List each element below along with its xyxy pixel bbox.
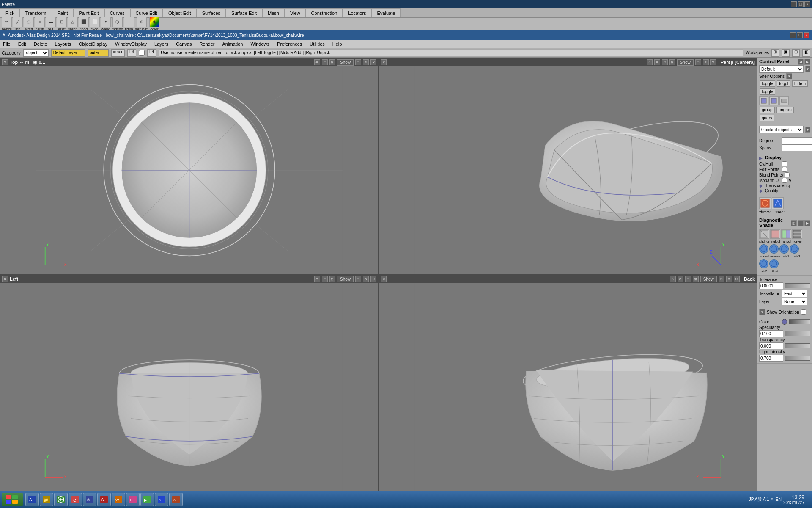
vp-left-render-btn[interactable]: 3 — [363, 276, 369, 282]
vp-left-show-btn[interactable]: Show — [337, 276, 354, 282]
mrdsym-icon[interactable]: ⊕ — [137, 17, 147, 27]
tool-bycol[interactable]: ⬜ bycol — [90, 17, 100, 31]
diag-expand-btn[interactable]: ▶ — [804, 220, 810, 226]
vp-top-expand[interactable]: ⊞ — [329, 59, 335, 65]
isoparm-check[interactable] — [782, 178, 787, 183]
vp-back-extra-btn[interactable]: ✕ — [734, 276, 740, 282]
cp-toggle-btn-2[interactable]: toggl — [777, 80, 790, 87]
vp-left-zoom-out[interactable]: □ — [322, 276, 328, 282]
spans-input[interactable] — [782, 144, 812, 151]
edit-points-check[interactable] — [782, 167, 787, 172]
tab-locators[interactable]: Locators — [343, 8, 371, 17]
vp-persp-zoom-out[interactable]: □ — [662, 59, 668, 65]
degree-input[interactable] — [782, 137, 812, 144]
vp-left-cam-btn[interactable]: □ — [355, 276, 361, 282]
shade-flest[interactable] — [769, 259, 779, 268]
layer-panel-dropdown[interactable]: None — [782, 298, 807, 305]
cp-icon-1[interactable] — [759, 96, 768, 105]
taskbar-btn-5[interactable]: ⑦ — [83, 493, 96, 506]
workspaces-btn[interactable]: ⊞ — [771, 49, 779, 57]
taskbar-btn-11[interactable]: A — [169, 493, 183, 506]
vp-left-extra-btn[interactable]: ✕ — [370, 276, 376, 282]
vp-back-show-btn[interactable]: Show — [700, 276, 717, 282]
vp-persp-expand[interactable]: ⊞ — [669, 59, 675, 65]
viewport-persp[interactable]: ✕ ⌂ ⊕ □ ⊞ Show □ 3 ✕ Persp [Camera] — [379, 58, 757, 274]
cp-query-btn[interactable]: query — [760, 115, 774, 121]
picked-objects-dropdown[interactable]: 0 picked objects — [759, 126, 804, 133]
tool-ink[interactable]: 🖊 ink — [13, 17, 23, 31]
taskbar-btn-9[interactable]: ▶ — [140, 493, 154, 506]
shade-shdnon[interactable] — [759, 229, 769, 239]
ink-icon[interactable]: 🖊 — [13, 17, 23, 27]
menu-render[interactable]: Render — [198, 41, 216, 47]
close-btn[interactable]: × — [804, 1, 810, 7]
color-bar[interactable] — [789, 319, 810, 324]
shrpn-icon[interactable]: △ — [68, 17, 78, 27]
light-intensity-slider[interactable] — [785, 356, 810, 361]
cp-toggle-btn-1[interactable]: toggle — [760, 80, 775, 87]
restore-btn[interactable]: □ — [798, 1, 804, 7]
vp-top-show-btn[interactable]: Show — [337, 59, 354, 66]
tab-surfaces[interactable]: Surfaces — [197, 8, 226, 17]
menu-file[interactable]: File — [2, 41, 12, 47]
txtim-icon[interactable]: T — [124, 17, 134, 27]
tab-curve-edit[interactable]: Curve Edit — [130, 8, 163, 17]
shade-mulcol[interactable] — [770, 229, 780, 239]
menu-objectdisplay[interactable]: ObjectDisplay — [77, 41, 109, 47]
vp-back-home-btn[interactable]: ⌂ — [670, 276, 676, 282]
vp-persp-zoom-in[interactable]: ⊕ — [654, 59, 660, 65]
vp-persp-x-btn[interactable]: ✕ — [381, 59, 387, 65]
viewport-top[interactable]: ✕ Top ↔ m ◉ 0.1 ⊕ □ ⊞ Show □ 3 ✕ — [0, 58, 379, 274]
ws-btn-4[interactable]: ◧ — [802, 49, 810, 57]
bycol-icon[interactable]: ⬜ — [90, 17, 100, 27]
transparency-input[interactable] — [759, 342, 783, 349]
app-close-btn[interactable]: × — [804, 32, 809, 38]
cp-ungroup-btn[interactable]: ungrou — [776, 107, 794, 113]
cp-collapse-btn[interactable]: ◀ — [798, 59, 804, 65]
menu-help[interactable]: Help — [331, 41, 343, 47]
tab-paint-edit[interactable]: Paint Edit — [74, 8, 104, 17]
xsedit-icon[interactable] — [772, 197, 784, 209]
menu-preferences[interactable]: Preferences — [276, 41, 303, 47]
tolerance-slider[interactable] — [785, 283, 810, 288]
vp-back-zoom-out[interactable]: □ — [685, 276, 691, 282]
xfrmcv-icon[interactable] — [759, 197, 771, 209]
vp-left-expand[interactable]: ⊞ — [329, 276, 335, 282]
ws-btn-3[interactable]: ⊟ — [792, 49, 800, 57]
cp-icon-3[interactable] — [779, 96, 789, 105]
menu-animation[interactable]: Animation — [221, 41, 244, 47]
tolerance-input[interactable] — [759, 282, 783, 289]
l3-check[interactable] — [139, 50, 145, 56]
vp-persp-show-btn[interactable]: Show — [677, 59, 694, 66]
felt-icon[interactable]: ▬ — [46, 17, 56, 27]
tool-airsft[interactable]: ◌ airsft — [24, 17, 34, 31]
shade-usetex[interactable] — [769, 244, 779, 254]
display-header[interactable]: ▶ Display — [759, 155, 810, 161]
vp-top-x-btn[interactable]: ✕ — [2, 59, 8, 65]
diag-collapse-btn[interactable]: ◫ — [791, 220, 797, 226]
vp-left-zoom-in[interactable]: ⊕ — [314, 276, 320, 282]
tool-wand[interactable]: ✦ wand — [101, 17, 111, 31]
pencil-icon[interactable]: ✏ — [2, 17, 12, 27]
specularity-slider[interactable] — [785, 331, 810, 336]
mdshp-icon[interactable]: ⬡ — [112, 17, 123, 27]
vp-persp-cam-btn[interactable]: □ — [695, 59, 701, 65]
vp-top-zoom-out[interactable]: □ — [322, 59, 328, 65]
tool-felt[interactable]: ▬ felt — [46, 17, 56, 31]
taskbar-btn-8[interactable]: P — [126, 493, 140, 506]
layer-input[interactable] — [51, 49, 85, 57]
orientation-collapse[interactable]: ▼ — [759, 309, 765, 315]
ws-btn-2[interactable]: ▣ — [782, 49, 790, 57]
shelf-options-btn[interactable]: ▼ — [786, 73, 792, 79]
color-picker[interactable] — [782, 319, 787, 325]
vp-top-cam-btn[interactable]: □ — [355, 59, 361, 65]
menu-utilities[interactable]: Utilities — [308, 41, 326, 47]
menu-delete[interactable]: Delete — [33, 41, 49, 47]
menu-windows[interactable]: Windows — [249, 41, 271, 47]
vp-back-render-btn[interactable]: 3 — [726, 276, 732, 282]
vp-back-expand[interactable]: ⊞ — [693, 276, 699, 282]
taskbar-btn-3[interactable] — [54, 493, 68, 506]
taskbar-btn-4[interactable]: e — [69, 493, 82, 506]
vp-back-zoom-in[interactable]: ⊕ — [678, 276, 683, 282]
shade-surevl[interactable] — [759, 244, 768, 254]
